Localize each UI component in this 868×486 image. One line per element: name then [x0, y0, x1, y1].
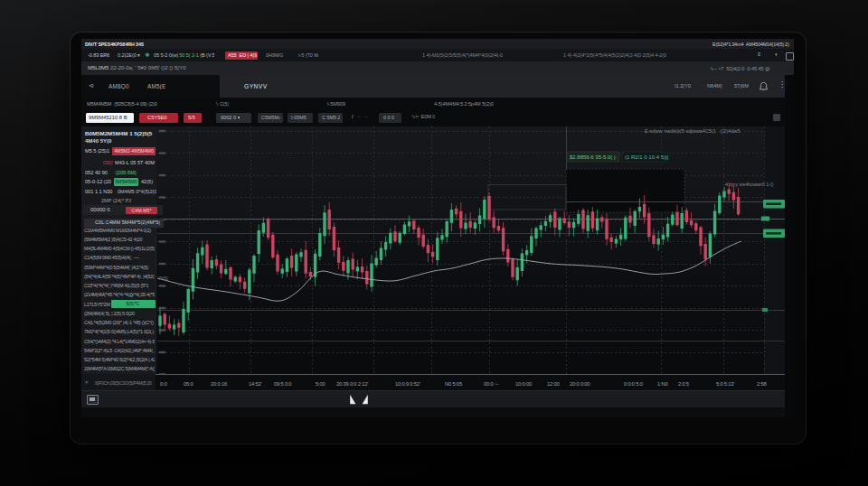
svg-text:E-sdww nwdki)t(5 sdjwwa4C5(1: E-sdww nwdki)t(5 sdjwwa4C5(1 ()2)4dw5 [645, 128, 741, 134]
svg-text:4 zjny ws4bowwr0 1-(): 4 zjny ws4bowwr0 1-() [725, 182, 774, 187]
svg-text:$2.8859.6 35-5.0( |·: $2.8859.6 35-5.0( |· [570, 154, 618, 160]
svg-text:7M5(: 7M5( [158, 276, 169, 281]
svg-text:(1 R2/1 0 10.4 5)|(: (1 R2/1 0 10.4 5)|( [625, 154, 669, 160]
